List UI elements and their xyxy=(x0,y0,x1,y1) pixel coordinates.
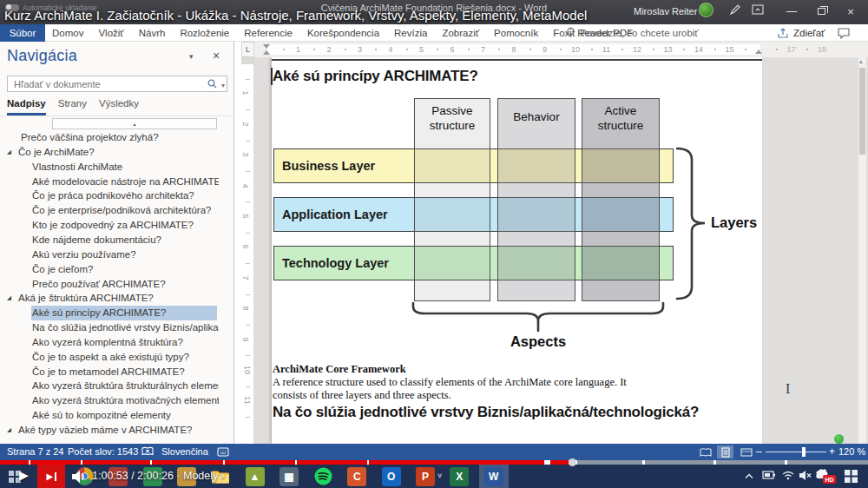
nav-tab-v-sledky[interactable]: Výsledky xyxy=(99,98,139,115)
collapse-arrow-icon[interactable]: ◢ xyxy=(7,426,11,433)
ruler-tick xyxy=(246,201,250,202)
ribbon-tab-rozlo-enie[interactable]: Rozloženie xyxy=(180,28,229,38)
restore-button[interactable] xyxy=(806,0,836,23)
zoom-level[interactable]: 120 % xyxy=(838,446,865,457)
zoom-out-button[interactable]: – xyxy=(756,445,762,458)
nav-tab-nadpisy[interactable]: Nadpisy xyxy=(7,98,46,115)
nav-heading-item[interactable]: ◢Aká je štruktúra ARCHIMATE? xyxy=(0,291,234,306)
nav-heading-item[interactable]: ◢Aké typy väzieb máme v ARCHIMATE? xyxy=(0,423,234,438)
nav-heading-label: Čo je to metamodel ARCHIMATE? xyxy=(32,366,185,377)
nav-heading-item[interactable]: ◢Čo je ArchiMate? xyxy=(0,145,234,160)
nav-tab-strany[interactable]: Strany xyxy=(58,98,87,115)
play-button[interactable]: ▶ xyxy=(19,468,29,482)
nav-heading-item[interactable]: Ako vyzerá štruktúra štrukturálnych elem… xyxy=(0,379,234,393)
nav-heading-item[interactable]: Čo je to metamodel ARCHIMATE? xyxy=(0,365,234,379)
web-layout-button[interactable] xyxy=(738,445,754,458)
share-button[interactable]: Zdieľať xyxy=(777,24,825,42)
progress-played-segment[interactable] xyxy=(369,460,544,465)
nav-heading-item[interactable]: Čo je enterprise/podniková architektúra? xyxy=(0,203,234,218)
ruler-tick xyxy=(560,49,562,50)
tell-me-box[interactable]: Povedzte, čo chcete urobiť xyxy=(566,24,699,42)
taskbar-icon-camtasia[interactable]: C xyxy=(347,467,366,486)
ruler-number: 6 xyxy=(450,45,454,54)
camtasia-glyph: C xyxy=(353,471,361,483)
nav-heading-item[interactable]: Čo je cieľom? xyxy=(0,262,234,277)
ribbon-tab-pomocn-k[interactable]: Pomocník xyxy=(494,28,538,38)
search-input[interactable] xyxy=(12,76,190,91)
collapse-arrow-icon[interactable]: ◢ xyxy=(7,148,11,155)
language-status[interactable]: Slovenčina xyxy=(161,446,208,457)
progress-remaining-segment[interactable] xyxy=(716,460,785,465)
nav-heading-item[interactable]: Ako vyzerá komplentná štruktúra? xyxy=(0,335,234,350)
taskbar-icon-spotify[interactable] xyxy=(313,467,332,486)
ribbon-tab-kore-pondencia[interactable]: Korešpondencia xyxy=(307,28,379,38)
nav-heading-item[interactable]: Ako vyzerá štruktúra motivačných element… xyxy=(0,393,234,408)
zoom-slider-track[interactable] xyxy=(766,452,826,452)
document-scrollbar[interactable]: ▴ xyxy=(858,57,866,444)
hanging-indent-marker[interactable] xyxy=(263,50,270,55)
nav-heading-item[interactable]: Čo je práca podnikového architekta? xyxy=(0,188,234,203)
right-indent-marker[interactable] xyxy=(755,49,762,54)
ribbon-tab-zobrazi[interactable]: Zobraziť xyxy=(442,28,479,38)
page-count[interactable]: Strana 7 z 24 xyxy=(7,446,63,457)
scrollbar-thumb[interactable] xyxy=(859,68,865,155)
ribbon-tab-domov[interactable]: Domov xyxy=(52,28,83,38)
next-chapter-button[interactable]: ▶ xyxy=(37,465,65,488)
search-options-chevron-icon[interactable]: ▾ xyxy=(221,82,225,89)
ruler-number: 1 xyxy=(296,45,300,54)
print-layout-button[interactable] xyxy=(717,445,733,458)
vertical-ruler[interactable]: 1234567891011 xyxy=(241,57,254,444)
nav-heading-item[interactable]: Kde nájdeme dokumentáciu? xyxy=(0,233,234,247)
ruler-tick xyxy=(621,49,623,50)
taskbar-overflow-chevron-icon[interactable]: ˅ xyxy=(437,472,442,480)
avatar[interactable] xyxy=(699,3,713,17)
account-name[interactable]: Miroslav Reiter xyxy=(634,6,697,16)
taskbar-icon-excel[interactable]: X xyxy=(450,467,469,486)
progress-remaining-segment[interactable] xyxy=(787,460,868,465)
nav-heading-item[interactable]: Aké sú princípy ARCHIMATE? xyxy=(0,306,234,320)
progress-remaining-segment[interactable] xyxy=(645,460,713,465)
ribbon-tab-subor[interactable]: Súbor xyxy=(0,24,45,42)
pane-close-icon[interactable]: × xyxy=(213,49,220,63)
taskbar-icon-outlook[interactable]: O xyxy=(382,467,401,486)
nav-heading-item[interactable]: Aké sú to kompozitné elementy xyxy=(0,408,234,423)
nav-heading-item[interactable]: Vlastnosti ArchiMate xyxy=(0,160,234,175)
collapse-arrow-icon[interactable]: ◢ xyxy=(7,294,11,301)
nav-heading-item[interactable]: Kto je zodpovedný za ARCHIMATE? xyxy=(0,218,234,233)
read-mode-button[interactable] xyxy=(697,445,713,458)
nav-heading-item[interactable]: Aké modelovacie nástroje na ARCHIMATE po… xyxy=(0,175,234,189)
ribbon-tab-referencie[interactable]: Referencie xyxy=(244,28,293,38)
document-page[interactable]: Aké sú princípy ARCHIMATE? Business Laye… xyxy=(272,57,762,444)
close-button[interactable]: × xyxy=(836,0,865,23)
progress-remaining-segment[interactable] xyxy=(577,460,642,465)
nav-heading-item[interactable]: Na čo slúžia jednotlivé vrstvy Biznis/ap… xyxy=(0,320,234,335)
taskbar-icon-powerpoint[interactable]: P xyxy=(416,467,435,486)
zoom-slider-handle[interactable] xyxy=(802,447,806,457)
tab-stop-selector[interactable]: L xyxy=(241,42,254,57)
minimize-button[interactable]: — xyxy=(777,0,806,23)
zoom-in-button[interactable]: + xyxy=(829,445,835,458)
ruler-tick xyxy=(714,49,716,50)
progress-played-segment[interactable] xyxy=(550,460,569,465)
nav-heading-item[interactable]: Prečo používať ARCHIMATE? xyxy=(0,277,234,292)
ruler-tick xyxy=(683,49,685,50)
ribbon-tab-rev-zia[interactable]: Revízia xyxy=(394,28,427,38)
scroll-up-icon[interactable]: ▴ xyxy=(859,58,863,65)
document-search-box[interactable]: ▾ xyxy=(7,76,227,92)
pane-options-chevron-icon[interactable]: ▾ xyxy=(189,52,194,61)
ribbon-tab-n-vrh[interactable]: Návrh xyxy=(139,28,166,38)
taskbar-icon-word[interactable]: W xyxy=(484,467,503,486)
nav-heading-item[interactable]: Čo je to aspekt a aké existujú typy? xyxy=(0,350,234,365)
nav-scroll-up-box[interactable]: ▴ xyxy=(52,118,217,129)
first-line-indent-marker[interactable] xyxy=(263,44,270,49)
nav-heading-label: Ako vyzerá komplentná štruktúra? xyxy=(32,337,183,347)
progress-scrubber[interactable] xyxy=(569,458,576,466)
column-label: Behavior xyxy=(513,110,559,123)
chapter-label[interactable]: · Modely › xyxy=(176,470,225,482)
ribbon-tab-vlo-i[interactable]: Vložiť xyxy=(98,28,123,38)
word-count[interactable]: Počet slov: 1543 xyxy=(68,446,138,457)
nav-heading-item[interactable]: Prečo väčšina projektov zlyhá? xyxy=(0,130,234,145)
nav-heading-item[interactable]: Akú verziu používame? xyxy=(0,247,234,262)
horizontal-ruler[interactable]: 1234567891011121314151718 xyxy=(254,42,868,57)
progress-played-segment[interactable] xyxy=(297,460,367,465)
